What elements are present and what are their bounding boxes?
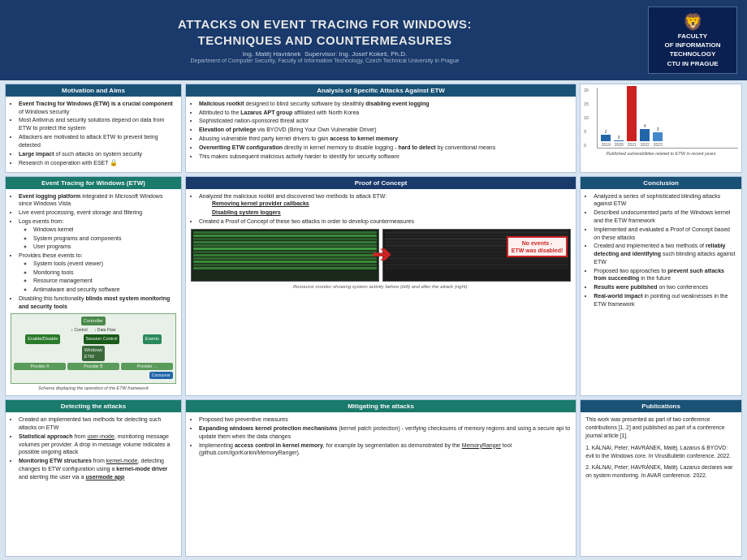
schema-row1: Controller bbox=[14, 317, 173, 326]
analysis-header: Analysis of Specific Attacks Against ETW bbox=[186, 84, 576, 97]
detecting-item-1: Created an implemented two methods for d… bbox=[19, 416, 176, 432]
row-1: Motivation and Aims Event Tracing for Wi… bbox=[5, 84, 742, 173]
logo-text: FACULTY OF INFORMATION TECHNOLOGY CTU IN… bbox=[655, 32, 730, 68]
conclusion-item-3: Implemented and evaluated a Proof of Con… bbox=[594, 226, 736, 242]
motivation-panel: Motivation and Aims Event Tracing for Wi… bbox=[5, 84, 182, 173]
analysis-item-5: Abusing vulnerable third party kernel dr… bbox=[199, 135, 571, 143]
etw-item-3: Logs events from: Windows kernel System … bbox=[19, 218, 176, 251]
poc-method-2: Disabling system loggers bbox=[212, 209, 571, 217]
bar-2022: 4 2022 bbox=[640, 123, 650, 148]
bar-2022-fill bbox=[640, 129, 650, 141]
etw-sub-1: Windows kernel bbox=[33, 226, 176, 234]
analysis-item-3: Sophisticated nation-sponsored threat ac… bbox=[199, 117, 571, 125]
etw-item-1: Event logging platform integrated in Mic… bbox=[19, 192, 176, 209]
etw-sub-6: Resource management bbox=[33, 277, 176, 285]
motivation-item-5: Research in cooperation with ESET 🔒 bbox=[19, 158, 176, 167]
screen-before-content bbox=[193, 231, 377, 279]
detecting-item-2: Statistical approach from user-mode, mon… bbox=[19, 433, 176, 456]
mitigating-panel: Mitigating the attacks Proposed two prev… bbox=[185, 399, 576, 557]
schema-enable: Enable/Disable bbox=[25, 334, 60, 344]
bar-2021-fill bbox=[627, 86, 637, 141]
etw-panel: Event Tracing for Windows (ETW) Event lo… bbox=[5, 176, 182, 397]
row-2: Event Tracing for Windows (ETW) Event lo… bbox=[5, 176, 742, 397]
bar-2019: 2 2019 bbox=[601, 129, 611, 148]
poc-item-2: Created a Proof of Concept of these two … bbox=[199, 218, 571, 226]
publications-body: This work was presented as part of two c… bbox=[581, 412, 741, 556]
etw-schema: Controller ↕ Control ↓ Data Flow Enable/… bbox=[11, 313, 176, 385]
etw-sub-2: System programs and components bbox=[33, 235, 176, 243]
etw-item-4: Provides these events to: System tools (… bbox=[19, 252, 176, 294]
etw-sub-5: Monitoring tools bbox=[33, 269, 176, 277]
mitigating-item-2: Expanding windows kernel protection mech… bbox=[199, 424, 571, 441]
analysis-item-1: Malicious rootkit designed to blind secu… bbox=[199, 100, 571, 108]
analysis-item-4: Elevation of privilege via BYOVD (Bring … bbox=[199, 126, 571, 134]
etw-sub-7: Antimalware and security software bbox=[33, 286, 176, 294]
analysis-item-2: Attributed to the Lazarus APT group affi… bbox=[199, 109, 571, 117]
motivation-item-4: Large impact of such attacks on system s… bbox=[19, 150, 176, 158]
conclusion-item-1: Analyzed a series of sophisticated blind… bbox=[594, 192, 736, 209]
chart-caption: Published vulnerabilities related to ETW… bbox=[584, 151, 738, 157]
schema-provider-a: Provider A bbox=[14, 363, 66, 370]
publications-panel: Publications This work was presented as … bbox=[580, 399, 742, 557]
bar-2021: 18 2021 bbox=[627, 84, 637, 148]
poster: ATTACKS ON EVENT TRACING FOR WINDOWS: TE… bbox=[0, 0, 747, 560]
schema-row5: Consumer bbox=[14, 372, 173, 379]
conclusion-item-7: Real-world impact in pointing out weakne… bbox=[594, 292, 736, 308]
mitigating-item-3: Implementing access control in kernel me… bbox=[199, 442, 571, 458]
detecting-header: Detecting the attacks bbox=[6, 400, 181, 412]
detecting-body: Created an implemented two methods for d… bbox=[6, 412, 181, 556]
poc-arrow-icon: ➔ bbox=[372, 239, 391, 271]
poc-caption: Resource monitor showing system activity… bbox=[191, 283, 571, 290]
author-line: Ing. Matěj Havránek Supervisor: Ing. Jos… bbox=[10, 50, 640, 58]
schema-events-box: Events bbox=[143, 334, 162, 344]
poc-method-1: Removing kernel provider callbacks bbox=[212, 200, 571, 208]
poc-item-1: Analyzed the malicious rootkit and disco… bbox=[199, 192, 571, 217]
schema-consumer: Consumer bbox=[149, 372, 173, 379]
analysis-item-6: Overwriting ETW configuration directly i… bbox=[199, 144, 571, 152]
main-content: Motivation and Aims Event Tracing for Wi… bbox=[0, 80, 747, 560]
conclusion-item-6: Results were published on two conference… bbox=[594, 283, 736, 291]
etw-body: Event logging platform integrated in Mic… bbox=[6, 189, 181, 396]
etw-sub-4: System tools (event viewer) bbox=[33, 260, 176, 268]
poster-title: ATTACKS ON EVENT TRACING FOR WINDOWS: TE… bbox=[10, 16, 640, 48]
etw-item-2: Live event processing, event storage and… bbox=[19, 209, 176, 217]
no-events-label: No events -ETW was disabled! bbox=[507, 236, 568, 257]
schema-session: Session Control bbox=[84, 334, 120, 344]
analysis-body: Malicious rootkit designed to blind secu… bbox=[186, 97, 576, 172]
mitigating-item-1: Proposed two preventive measures bbox=[199, 416, 571, 424]
poc-images-container: ➔ bbox=[191, 229, 571, 282]
chart-container: 20 15 10 5 0 2 2019 bbox=[584, 88, 738, 149]
pub-intro: This work was presented as part of two c… bbox=[585, 416, 736, 441]
poc-screen-after: No events -ETW was disabled! bbox=[382, 229, 571, 282]
y-axis: 20 15 10 5 0 bbox=[584, 88, 589, 149]
motivation-item-2: Most Antivirus and security solutions de… bbox=[19, 116, 176, 132]
bar-2020: 0 2020 bbox=[614, 135, 624, 148]
schema-controller: Controller bbox=[81, 317, 106, 326]
etw-sub-3: User programs bbox=[33, 243, 176, 251]
schema-row4: Provider A Provider B Provider ... bbox=[14, 363, 173, 370]
schema-row2: Enable/Disable Session Control Events bbox=[14, 334, 173, 344]
bar-2023-fill bbox=[653, 132, 663, 141]
conclusion-item-2: Described undocumented parts of the Wind… bbox=[594, 209, 736, 225]
pub-ref-2: 2. KÁLNAI, Peter; HAVRÁNEK, Matěj. Lazar… bbox=[585, 463, 736, 480]
schema-provider-b: Provider B bbox=[67, 363, 119, 370]
conclusion-body: Analyzed a series of sophisticated blind… bbox=[581, 189, 741, 396]
author-name: Ing. Matěj Havránek bbox=[243, 50, 301, 58]
supervisor: Supervisor: Ing. Josef Kokeš, Ph.D. bbox=[304, 50, 407, 58]
logo-box: 🦁 FACULTY OF INFORMATION TECHNOLOGY CTU … bbox=[648, 6, 737, 74]
chart-panel: 20 15 10 5 0 2 2019 bbox=[580, 84, 742, 173]
poc-body: Analyzed the malicious rootkit and disco… bbox=[186, 189, 576, 396]
conclusion-panel: Conclusion Analyzed a series of sophisti… bbox=[580, 176, 742, 397]
etw-item-5: Disabling this functionality blinds most… bbox=[19, 295, 176, 311]
motivation-body: Event Tracing for Windows (ETW) is a cru… bbox=[6, 97, 181, 172]
chart-body: 20 15 10 5 0 2 2019 bbox=[581, 84, 741, 172]
analysis-item-7: This makes subsequent malicious activity… bbox=[199, 153, 571, 161]
conclusion-header: Conclusion bbox=[581, 177, 741, 189]
mitigating-header: Mitigating the attacks bbox=[186, 400, 576, 412]
motivation-item-3: Attackers are motivated to attack ETW to… bbox=[19, 133, 176, 149]
header-text: ATTACKS ON EVENT TRACING FOR WINDOWS: TE… bbox=[10, 16, 640, 63]
motivation-item-1: Event Tracing for Windows (ETW) is a cru… bbox=[19, 100, 176, 116]
mitigating-body: Proposed two preventive measures Expandi… bbox=[186, 412, 576, 556]
schema-windows: WindowsETW bbox=[82, 346, 105, 361]
schema-caption: Schema displaying the operation of the E… bbox=[11, 386, 176, 392]
